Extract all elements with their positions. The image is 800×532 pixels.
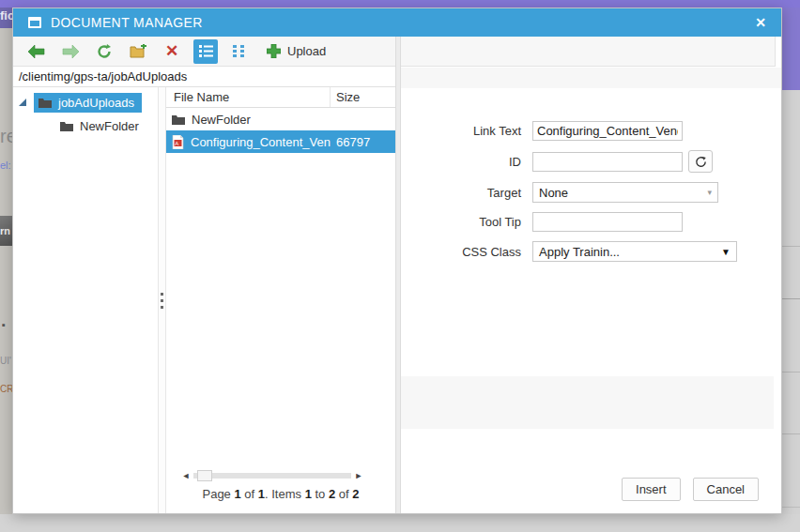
target-dropdown[interactable]: None ▾ [532, 182, 718, 203]
breadcrumb: /clientimg/gps-ta/jobAdUploads [13, 67, 395, 87]
thumbnails-view-button[interactable] [227, 39, 252, 64]
background-text-fragment: CRI [0, 384, 12, 394]
new-folder-button[interactable] [126, 39, 150, 64]
target-label: Target [401, 186, 521, 200]
upload-plus-icon [267, 44, 281, 58]
column-header-file-name[interactable]: File Name [166, 87, 331, 107]
dialog-footer: Insert Cancel [622, 478, 759, 501]
background-icon-fragment: ▪ [2, 319, 12, 330]
dialog-titlebar[interactable]: DOCUMENT MANAGER ✕ [13, 8, 781, 37]
tool-tip-label: Tool Tip [401, 215, 521, 229]
grid-header-row: File Name Size [166, 87, 395, 108]
tree-item-jobaduploads[interactable]: jobAdUploads [13, 92, 158, 113]
file-grid: File Name Size NewFolder [166, 87, 395, 513]
file-toolbar: ✕ Upload [13, 37, 395, 67]
upload-label: Upload [287, 44, 326, 58]
id-label: ID [401, 155, 521, 169]
new-folder-icon [130, 44, 147, 59]
tree-item-label: jobAdUploads [58, 96, 134, 110]
background-bottom-strip [0, 514, 800, 532]
column-header-size[interactable]: Size [331, 90, 395, 104]
folder-icon [60, 121, 73, 131]
folder-icon [172, 114, 185, 125]
tree-item-label: NewFolder [80, 119, 139, 133]
link-text-label: Link Text [401, 124, 521, 138]
background-table-column [782, 90, 800, 532]
file-row-pdf[interactable]: A Configuring_Content_Vendor 66797 [166, 130, 395, 153]
link-text-input[interactable] [532, 121, 683, 141]
background-text-fragment: UI' [0, 356, 12, 366]
delete-button[interactable]: ✕ [160, 39, 184, 64]
right-panel-header-band [401, 68, 781, 88]
forward-arrow-icon [62, 45, 79, 58]
forward-button[interactable] [58, 39, 83, 64]
splitter-grip-dot [161, 293, 163, 296]
insert-button[interactable]: Insert [622, 478, 681, 501]
scroll-left-icon[interactable]: ◄ [181, 471, 191, 480]
background-text-fragment: fic [0, 8, 12, 23]
scrollbar-track[interactable] [193, 473, 351, 479]
folder-icon [38, 98, 52, 108]
upload-button[interactable]: Upload [267, 44, 326, 58]
file-row-newfolder[interactable]: NewFolder [166, 108, 395, 130]
pager-status: Page 1 of 1. Items 1 to 2 of 2 [166, 487, 395, 501]
css-class-dropdown[interactable]: Apply Trainin... ▼ [532, 241, 737, 262]
scrollbar-thumb[interactable] [197, 470, 212, 481]
background-button-fragment: rn [0, 216, 12, 246]
css-class-label: CSS Class [401, 245, 521, 259]
grid-view-icon [233, 45, 246, 57]
document-manager-dialog: DOCUMENT MANAGER ✕ [12, 8, 782, 514]
background-page-header [0, 0, 800, 8]
pane-splitter[interactable] [158, 87, 166, 513]
scroll-right-icon[interactable]: ► [354, 471, 363, 480]
cancel-button[interactable]: Cancel [693, 478, 759, 501]
background-link-fragment: el: [0, 160, 12, 171]
window-icon [28, 17, 41, 28]
pdf-file-icon: A [172, 135, 184, 149]
background-left-column [0, 28, 12, 532]
generate-id-button[interactable] [688, 150, 713, 173]
back-arrow-icon [28, 45, 45, 58]
folder-tree: jobAdUploads NewFolder [13, 87, 158, 513]
splitter-grip-dot [161, 299, 163, 302]
background-text-fragment: re [0, 126, 12, 147]
tree-item-newfolder[interactable]: NewFolder [60, 115, 158, 136]
svg-text:A: A [175, 140, 178, 145]
delete-icon: ✕ [165, 43, 178, 59]
link-properties-form: Link Text ID Target None [401, 121, 781, 271]
list-view-button[interactable] [193, 39, 218, 64]
list-view-icon [199, 45, 213, 57]
back-button[interactable] [24, 39, 49, 64]
tool-tip-input[interactable] [532, 212, 683, 232]
dropdown-arrow-icon: ▼ [721, 247, 731, 257]
refresh-button[interactable] [92, 39, 116, 64]
css-class-value: Apply Trainin... [539, 245, 721, 259]
right-panel-toolbar-band [401, 37, 776, 67]
close-icon[interactable]: ✕ [753, 15, 768, 30]
horizontal-scrollbar[interactable]: ◄ ► [181, 469, 363, 482]
target-value: None [539, 186, 707, 200]
file-name-cell: NewFolder [192, 113, 251, 127]
splitter-grip-dot [161, 306, 163, 309]
chevron-down-icon: ▾ [707, 188, 712, 197]
background-purple-block [782, 8, 800, 90]
dialog-title: DOCUMENT MANAGER [51, 15, 753, 30]
refresh-id-icon [694, 155, 708, 169]
file-name-cell: Configuring_Content_Vendor [191, 135, 331, 149]
refresh-icon [96, 43, 113, 60]
file-size-cell: 66797 [331, 135, 395, 149]
expand-arrow-icon[interactable] [19, 99, 26, 106]
preview-placeholder-band [401, 376, 774, 429]
id-input[interactable] [532, 152, 683, 172]
